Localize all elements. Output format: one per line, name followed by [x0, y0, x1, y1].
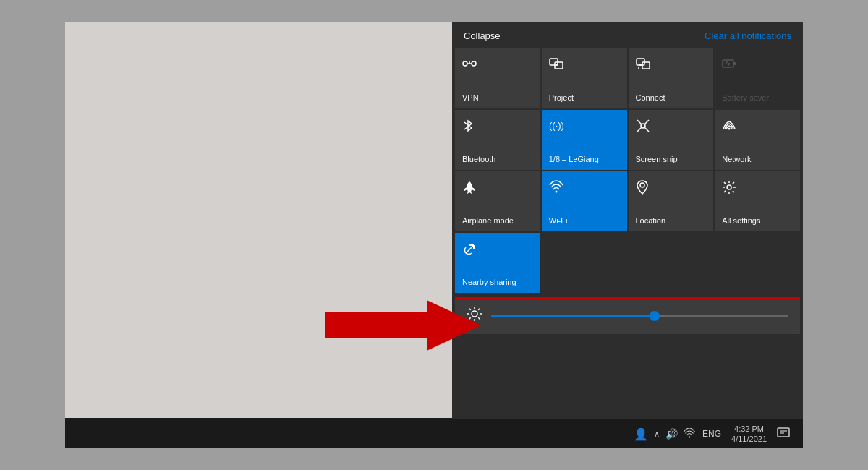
- tile-vpn[interactable]: VPN: [455, 48, 540, 108]
- all-settings-icon: [722, 180, 736, 198]
- svg-point-22: [727, 185, 731, 189]
- clock-date: 4/11/2021: [731, 434, 767, 444]
- screen-snip-icon: [636, 119, 650, 137]
- wifi-hotspot-icon: ((·)): [549, 119, 565, 135]
- tile-airplane-mode[interactable]: Airplane mode: [455, 171, 540, 231]
- svg-line-29: [478, 317, 480, 319]
- svg-point-20: [555, 191, 557, 193]
- svg-point-21: [640, 183, 644, 187]
- collapse-button[interactable]: Collapse: [464, 30, 501, 41]
- clear-notifications-button[interactable]: Clear all notifications: [705, 30, 791, 41]
- tile-all-settings-label: All settings: [722, 215, 760, 226]
- tile-all-settings[interactable]: All settings: [715, 171, 800, 231]
- network-status-icon[interactable]: [684, 428, 695, 440]
- tile-wifi-label: Wi-Fi: [549, 215, 568, 226]
- svg-point-18: [641, 124, 645, 128]
- tile-wifi[interactable]: Wi-Fi: [542, 171, 627, 231]
- svg-point-23: [472, 311, 477, 317]
- tile-connect-label: Connect: [636, 93, 665, 103]
- tile-vpn-label: VPN: [462, 93, 479, 103]
- location-icon: [636, 180, 649, 198]
- tile-nearby-sharing-label: Nearby sharing: [462, 277, 516, 287]
- taskbar-icons: 👤 ∧ 🔊 ENG: [634, 427, 723, 441]
- svg-line-14: [726, 61, 728, 64]
- language-label: ENG: [702, 429, 721, 439]
- wifi-icon: [549, 180, 563, 197]
- connect-icon: [636, 57, 650, 74]
- clock-time: 4:32 PM: [734, 424, 764, 434]
- svg-point-19: [728, 128, 731, 130]
- brightness-thumb[interactable]: [650, 311, 660, 321]
- tile-battery-saver-label: Battery saver: [722, 93, 769, 103]
- tile-project[interactable]: Project: [542, 48, 627, 108]
- svg-line-28: [469, 309, 471, 310]
- tile-screen-snip[interactable]: Screen snip: [629, 110, 714, 170]
- volume-icon[interactable]: 🔊: [665, 428, 678, 440]
- taskbar-clock[interactable]: 4:32 PM 4/11/2021: [731, 424, 767, 445]
- tile-project-label: Project: [549, 93, 574, 103]
- svg-point-32: [689, 436, 690, 437]
- tile-wifi-hotspot-label: 1/8 – LeGiang: [549, 154, 599, 164]
- tile-network[interactable]: Network: [715, 110, 800, 170]
- vpn-icon: [462, 57, 477, 74]
- brightness-slider[interactable]: [491, 315, 788, 317]
- bluetooth-icon: [462, 119, 474, 137]
- left-panel: [65, 22, 452, 448]
- brightness-fill: [491, 315, 655, 317]
- brightness-row: [455, 297, 800, 334]
- tile-location[interactable]: Location: [629, 171, 714, 231]
- tile-bluetooth[interactable]: Bluetooth: [455, 110, 540, 170]
- notification-center-button[interactable]: [773, 423, 794, 445]
- people-icon: 👤: [634, 427, 648, 441]
- svg-point-2: [472, 61, 476, 66]
- tile-battery-saver[interactable]: Battery saver: [715, 48, 800, 108]
- tile-airplane-mode-label: Airplane mode: [462, 215, 514, 226]
- tile-connect[interactable]: Connect: [629, 48, 714, 108]
- project-icon: [549, 57, 563, 74]
- brightness-icon: [467, 306, 482, 325]
- svg-line-31: [469, 317, 471, 319]
- screen-container: Collapse Clear all notifications VPN: [65, 22, 803, 448]
- tile-bluetooth-label: Bluetooth: [462, 154, 495, 164]
- tile-screen-snip-label: Screen snip: [636, 154, 678, 164]
- network-icon: [722, 119, 736, 135]
- battery-saver-icon: [722, 57, 736, 74]
- svg-point-1: [463, 61, 467, 66]
- quick-actions-grid: VPN Project: [452, 48, 803, 293]
- taskbar: 👤 ∧ 🔊 ENG 4:32 PM 4/11/20: [452, 419, 803, 448]
- airplane-mode-icon: [462, 180, 477, 198]
- tile-location-label: Location: [636, 215, 666, 226]
- svg-line-30: [478, 309, 480, 310]
- nearby-sharing-icon: [462, 242, 478, 261]
- left-taskbar: [65, 418, 452, 448]
- svg-rect-33: [778, 428, 789, 437]
- tile-wifi-hotspot[interactable]: ((·)) 1/8 – LeGiang: [542, 110, 627, 170]
- tile-nearby-sharing[interactable]: Nearby sharing: [455, 233, 540, 293]
- svg-text:((·)): ((·)): [549, 120, 564, 131]
- action-center-panel: Collapse Clear all notifications VPN: [452, 22, 803, 448]
- chevron-up-icon[interactable]: ∧: [654, 430, 660, 439]
- tile-network-label: Network: [722, 154, 751, 164]
- action-center-header: Collapse Clear all notifications: [452, 22, 803, 48]
- svg-rect-13: [733, 62, 736, 65]
